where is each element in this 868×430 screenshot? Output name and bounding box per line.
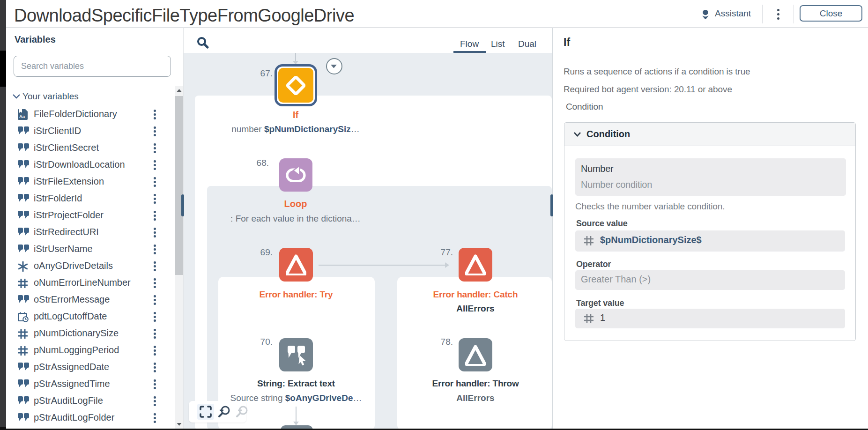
svg-text:Aa: Aa — [19, 114, 25, 119]
